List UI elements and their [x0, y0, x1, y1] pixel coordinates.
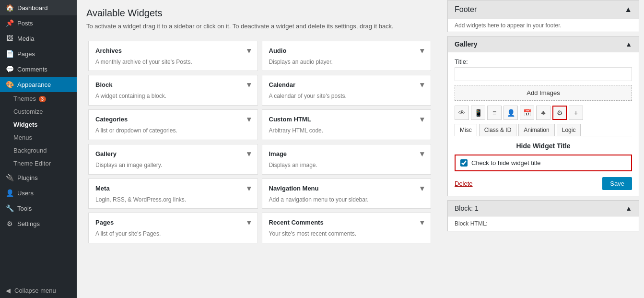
widget-custom-html-header[interactable]: Custom HTML ▾: [269, 115, 424, 124]
widget-gallery-desc: Displays an image gallery.: [95, 161, 251, 169]
widget-custom-html-arrow: ▾: [420, 115, 424, 124]
widget-archives[interactable]: Archives ▾ A monthly archive of your sit…: [88, 41, 258, 72]
widget-navigation-menu-name: Navigation Menu: [269, 185, 319, 192]
sidebar-sub-themes[interactable]: Themes 3: [0, 92, 77, 105]
tab-misc[interactable]: Misc: [455, 124, 477, 136]
block-widget-title: Block: 1: [455, 204, 479, 212]
sidebar-sub-widgets[interactable]: Widgets: [0, 118, 77, 131]
tools-icon: 🔧: [6, 204, 13, 212]
comments-icon: 💬: [6, 65, 13, 73]
gallery-widget-body: Title: Add Images 👁 📱 ≡ 👤 📅 ♣ ⚙ + Misc C…: [448, 52, 639, 196]
dashboard-icon: 🏠: [6, 4, 13, 12]
widget-meta-header[interactable]: Meta ▾: [95, 184, 251, 193]
widget-audio-header[interactable]: Audio ▾: [269, 46, 424, 55]
widget-pages-name: Pages: [95, 219, 114, 226]
tab-class-id[interactable]: Class & ID: [479, 124, 517, 136]
sidebar-item-plugins[interactable]: 🔌 Plugins: [0, 170, 77, 185]
sidebar-item-pages[interactable]: 📄 Pages: [0, 46, 77, 61]
sidebar-item-users[interactable]: 👤 Users: [0, 185, 77, 201]
pages-icon: 📄: [6, 50, 13, 58]
widget-recent-comments-arrow: ▾: [420, 218, 424, 227]
sidebar-item-dashboard[interactable]: 🏠 Dashboard: [0, 0, 77, 15]
widgets-grid: Archives ▾ A monthly archive of your sit…: [86, 39, 433, 246]
tab-animation[interactable]: Animation: [518, 124, 554, 136]
delete-button[interactable]: Delete: [455, 180, 473, 187]
sidebar-item-settings[interactable]: ⚙ Settings: [0, 216, 77, 231]
widget-gallery[interactable]: Gallery ▾ Displays an image gallery.: [88, 144, 258, 175]
widget-categories[interactable]: Categories ▾ A list or dropdown of categ…: [88, 109, 258, 140]
footer-header[interactable]: Footer ▲: [447, 0, 639, 19]
sidebar-label-posts: Posts: [17, 20, 33, 27]
widget-pages[interactable]: Pages ▾ A list of your site's Pages.: [88, 213, 258, 243]
widget-navigation-menu-arrow: ▾: [420, 184, 424, 193]
block-widget-body-text: Block HTML:: [455, 220, 488, 227]
gear-icon-button[interactable]: ⚙: [552, 106, 567, 120]
widget-navigation-menu[interactable]: Navigation Menu ▾ Add a navigation menu …: [262, 179, 432, 209]
widget-calendar-name: Calendar: [269, 81, 296, 88]
widget-recent-comments[interactable]: Recent Comments ▾ Your site's most recen…: [262, 213, 432, 243]
gallery-widget-arrow-icon: ▲: [625, 40, 632, 48]
widget-block[interactable]: Block ▾ A widget containing a block.: [88, 75, 258, 106]
mobile-icon-button[interactable]: 📱: [471, 106, 485, 120]
collapse-label: Collapse menu: [14, 287, 56, 294]
widget-pages-header[interactable]: Pages ▾: [95, 218, 251, 227]
media-icon: 🖼: [6, 35, 13, 42]
gallery-widget-title: Gallery: [455, 40, 477, 48]
sidebar-item-appearance[interactable]: 🎨 Appearance: [0, 77, 77, 92]
widget-actions: Delete Save: [455, 177, 632, 190]
eye-icon-button[interactable]: 👁: [455, 106, 469, 120]
widget-image[interactable]: Image ▾ Displays an image.: [262, 144, 432, 175]
widget-recent-comments-header[interactable]: Recent Comments ▾: [269, 218, 424, 227]
footer-description: Add widgets here to appear in your foote…: [447, 19, 639, 32]
title-field-label: Title:: [455, 58, 632, 65]
hide-widget-title-checkbox[interactable]: [460, 159, 468, 167]
plus-icon-button[interactable]: +: [569, 106, 583, 120]
widget-navigation-menu-header[interactable]: Navigation Menu ▾: [269, 184, 424, 193]
widget-meta-arrow: ▾: [247, 184, 251, 193]
gallery-widget: Gallery ▲ Title: Add Images 👁 📱 ≡ 👤 📅 ♣ …: [447, 36, 639, 196]
widget-categories-header[interactable]: Categories ▾: [95, 115, 251, 124]
gallery-widget-header[interactable]: Gallery ▲: [448, 36, 639, 52]
widget-calendar-header[interactable]: Calendar ▾: [269, 80, 424, 89]
widget-calendar[interactable]: Calendar ▾ A calendar of your site's pos…: [262, 75, 432, 106]
add-images-button[interactable]: Add Images: [455, 85, 632, 101]
widget-block-name: Block: [95, 81, 112, 88]
appearance-icon: 🎨: [6, 81, 13, 88]
widget-audio[interactable]: Audio ▾ Displays an audio player.: [262, 41, 432, 72]
widget-custom-html-desc: Arbitrary HTML code.: [269, 127, 424, 135]
calendar-icon-button[interactable]: 📅: [520, 106, 534, 120]
save-button[interactable]: Save: [602, 177, 632, 190]
sidebar-sub-theme-editor[interactable]: Theme Editor: [0, 157, 77, 170]
sidebar-item-media[interactable]: 🖼 Media: [0, 31, 77, 46]
widget-block-header[interactable]: Block ▾: [95, 80, 251, 89]
widget-categories-arrow: ▾: [247, 115, 251, 124]
sidebar: 🏠 Dashboard 📌 Posts 🖼 Media 📄 Pages 💬 Co…: [0, 0, 77, 298]
widget-image-header[interactable]: Image ▾: [269, 149, 424, 158]
sidebar-item-comments[interactable]: 💬 Comments: [0, 61, 77, 77]
footer-arrow-icon: ▲: [624, 5, 632, 14]
logic-icon-button[interactable]: ♣: [536, 106, 550, 120]
hide-widget-title-heading: Hide Widget Title: [455, 142, 632, 150]
widget-custom-html[interactable]: Custom HTML ▾ Arbitrary HTML code.: [262, 109, 432, 140]
main-content: Available Widgets To activate a widget d…: [77, 0, 443, 298]
sidebar-item-tools[interactable]: 🔧 Tools: [0, 201, 77, 216]
sidebar-label-dashboard: Dashboard: [17, 4, 48, 12]
block-widget-header[interactable]: Block: 1 ▲: [448, 201, 639, 216]
widget-meta-name: Meta: [95, 185, 110, 192]
user-icon-button[interactable]: 👤: [503, 106, 518, 120]
widget-recent-comments-name: Recent Comments: [269, 219, 324, 226]
sidebar-sub-menus[interactable]: Menus: [0, 131, 77, 144]
widget-calendar-desc: A calendar of your site's posts.: [269, 92, 424, 100]
collapse-menu-button[interactable]: ◀ Collapse menu: [0, 283, 77, 298]
widget-archives-desc: A monthly archive of your site's Posts.: [95, 58, 251, 66]
sidebar-item-posts[interactable]: 📌 Posts: [0, 15, 77, 31]
tab-logic[interactable]: Logic: [557, 124, 581, 136]
widget-gallery-header[interactable]: Gallery ▾: [95, 149, 251, 158]
sidebar-sub-background[interactable]: Background: [0, 144, 77, 157]
widget-meta[interactable]: Meta ▾ Login, RSS, & WordPress.org links…: [88, 179, 258, 209]
sidebar-sub-customize[interactable]: Customize: [0, 105, 77, 118]
widget-archives-header[interactable]: Archives ▾: [95, 46, 251, 55]
title-input[interactable]: [455, 67, 632, 81]
align-icon-button[interactable]: ≡: [487, 106, 502, 120]
widget-image-name: Image: [269, 150, 287, 157]
